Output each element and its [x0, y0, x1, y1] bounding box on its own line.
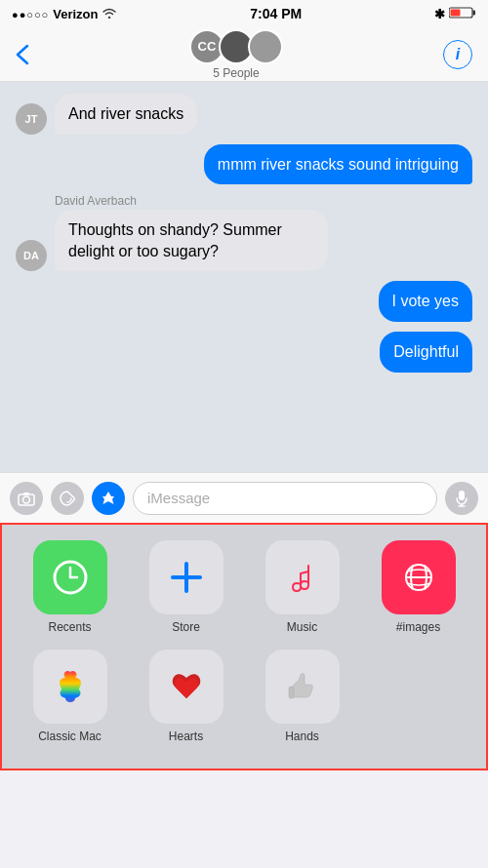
message-row: I vote yes [16, 281, 472, 322]
appstore-button[interactable] [92, 482, 125, 515]
status-right: ✱ [434, 6, 476, 22]
svg-rect-1 [473, 10, 476, 15]
sticker-item-recents[interactable]: Recents [18, 540, 122, 634]
mic-button[interactable] [445, 482, 478, 515]
carrier-label: Verizon [53, 7, 98, 21]
bubble-mine: Delightful [380, 332, 472, 373]
message-row: JT And river snacks [16, 94, 472, 135]
group-label: 5 People [213, 66, 259, 80]
hearts-label: Hearts [169, 730, 203, 743]
classic-mac-icon-wrap [33, 650, 107, 724]
sticker-item-hands[interactable]: Hands [250, 650, 354, 743]
sticker-item-images[interactable]: #images [366, 540, 470, 634]
wifi-icon [102, 7, 117, 21]
store-icon-wrap [149, 540, 224, 614]
status-bar: ●●○○○ Verizon 7:04 PM ✱ [0, 0, 488, 27]
sticker-item-classic-mac[interactable]: Classic Mac [18, 650, 122, 743]
camera-button[interactable] [10, 482, 43, 515]
info-icon: i [456, 46, 460, 63]
status-left: ●●○○○ Verizon [12, 7, 117, 21]
recents-icon-wrap [33, 540, 107, 614]
svg-rect-2 [451, 9, 461, 16]
bubble-mine: I vote yes [379, 281, 472, 322]
hands-icon-wrap [265, 650, 340, 724]
message-row: mmm river snacks sound intriguing [16, 144, 472, 185]
battery-icon [449, 6, 476, 22]
back-button[interactable] [16, 44, 29, 65]
message-row: DA Thoughts on shandy? Summer delight or… [16, 210, 472, 271]
avatar-da: DA [16, 240, 47, 271]
sticker-item-music[interactable]: Music [250, 540, 354, 634]
sticker-picker: Recents Store Music [0, 523, 488, 770]
classic-mac-label: Classic Mac [38, 730, 102, 743]
music-icon-wrap [265, 540, 340, 614]
bluetooth-icon: ✱ [434, 7, 445, 21]
svg-point-4 [23, 496, 30, 503]
signal-dots: ●●○○○ [12, 7, 49, 21]
svg-rect-16 [289, 687, 294, 698]
hands-label: Hands [285, 730, 319, 743]
sticker-item-hearts[interactable]: Hearts [134, 650, 238, 743]
sender-name: David Averbach [55, 194, 472, 208]
nav-center: CC 5 People [189, 29, 283, 80]
svg-rect-5 [23, 493, 29, 495]
avatar-jt: JT [16, 103, 47, 135]
images-label: #images [396, 620, 440, 634]
bubble-mine: mmm river snacks sound intriguing [204, 144, 472, 185]
recents-label: Recents [48, 620, 91, 634]
svg-rect-6 [459, 491, 465, 500]
info-button[interactable]: i [443, 40, 472, 69]
nav-bar: CC 5 People i [0, 27, 488, 82]
avatar-group: CC [189, 29, 283, 64]
hearts-icon-wrap [149, 650, 224, 724]
images-icon-wrap [382, 540, 456, 614]
bubble-theirs: Thoughts on shandy? Summer delight or to… [55, 210, 328, 271]
music-label: Music [287, 620, 317, 634]
status-time: 7:04 PM [250, 6, 302, 21]
sticker-button[interactable] [51, 482, 84, 515]
bubble-theirs: And river snacks [55, 94, 197, 135]
avatar-3 [248, 29, 283, 64]
input-placeholder: iMessage [147, 490, 210, 506]
chat-area: JT And river snacks mmm river snacks sou… [0, 82, 488, 472]
sticker-grid: Recents Store Music [18, 540, 470, 743]
store-label: Store [172, 620, 200, 634]
sticker-item-store[interactable]: Store [134, 540, 238, 634]
input-bar: iMessage [0, 472, 488, 523]
message-input[interactable]: iMessage [133, 482, 437, 515]
message-row: Delightful [16, 332, 472, 373]
